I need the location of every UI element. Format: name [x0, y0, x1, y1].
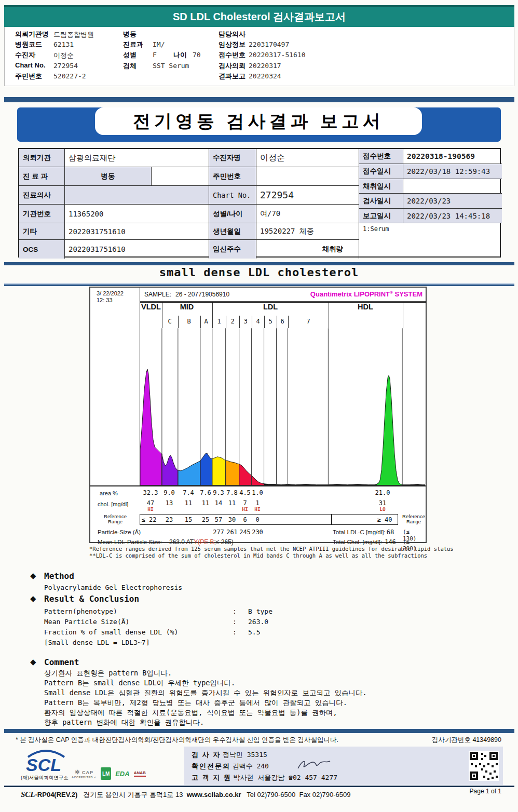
chart-footnote-1: *Reference ranges derived from 125 serum…: [89, 546, 453, 552]
area-value: 9.0: [163, 489, 175, 496]
table-value: [403, 179, 502, 194]
lab-number: 검사기관번호 41349890: [432, 736, 501, 745]
table-value: 여/70: [256, 205, 359, 223]
subband-divider: [162, 316, 162, 328]
report-info-table: 의뢰기관 삼광의료재단 수진자명 이정순 접수번호 20220318-19056…: [18, 148, 501, 258]
field-value: 520227-2: [53, 72, 86, 80]
sample-label: SAMPLE:: [144, 291, 171, 298]
divider-bar: [4, 729, 514, 733]
field-label: 주민번호: [15, 72, 42, 81]
field-label: 결과보고: [219, 72, 246, 81]
footer-divider: [4, 785, 514, 787]
ref-value-hdl: ≥ 40: [377, 516, 392, 523]
table-label: 수진자명: [209, 149, 256, 167]
table-label: Chart No.: [209, 186, 256, 205]
field-label: Chart No.: [15, 61, 46, 69]
result-row-label: [Small dense LDL = LDL3~7]: [44, 639, 150, 646]
certification-logos: ✲ CAP ACCREDITED ✓ LM EDA ANAB: [72, 767, 146, 780]
chol-row-label: chol. [mg/dl]: [98, 501, 128, 507]
table-label: 생년월일: [209, 223, 256, 240]
field-value: F: [153, 51, 157, 59]
field-value: 드림종합병원: [53, 30, 94, 39]
anab-cert-icon: ANAB: [134, 770, 146, 777]
comment-line: Pattern B는 복부비만, 제2형 당뇨병 또는 대사 증후군 등에서 많…: [44, 698, 347, 708]
comment-line: Small dense LDL은 심혈관 질환의 위험도를 증가시킬 수 있는 …: [44, 688, 367, 698]
field-label: 성별: [123, 50, 137, 60]
subband-divider: [212, 316, 213, 328]
table-label: OCS: [19, 240, 65, 259]
psize-value: 245: [239, 529, 251, 536]
field-label: 검사의뢰: [219, 61, 246, 71]
subband-label: B: [187, 318, 190, 325]
band-label-hdl: HDL: [358, 303, 373, 311]
subband-divider: [252, 316, 252, 328]
psize-value: 230: [252, 529, 263, 536]
field-value: 20220324: [249, 72, 281, 80]
table-value: 2022031751610: [65, 240, 209, 259]
method-body: Polyacrylamide Gel Electrophoresis: [44, 584, 182, 591]
banner-title-box: 전기영동 검사결과 보고서: [95, 107, 422, 135]
subband-divider: [277, 316, 277, 328]
subband-divider: [200, 316, 201, 328]
diamond-bullet-icon: ◆: [30, 571, 36, 580]
chol-flag-hi: HI: [254, 506, 260, 512]
sample-header-row: SAMPLE: 26 - 207719056910 Quantimetrix L…: [140, 288, 426, 303]
table-label: 의뢰기관: [19, 149, 65, 167]
ref-value: ≤ 22: [142, 516, 157, 523]
comment-line: 상기환자 표현형은 pattern B입니다.: [44, 669, 172, 678]
table-value: [256, 167, 359, 186]
method-title: Method: [44, 571, 74, 581]
qr-code: [469, 751, 499, 781]
result-row-value: 5.5: [248, 628, 260, 636]
signature-icon: [296, 758, 332, 772]
area-value: 21.0: [375, 489, 390, 496]
area-value: 4.5: [239, 489, 251, 496]
comment-line: 환자의 임상상태에 따른 적절한 치료(운동요법, 식이요법 또는 약물요법 등…: [44, 708, 337, 718]
comment-title: Comment: [44, 657, 79, 667]
divider-bar: [4, 283, 514, 286]
result-row-value: B type: [248, 607, 272, 615]
cap-accredited-icon: ✲ CAP ACCREDITED ✓: [72, 769, 97, 779]
subband-label: C: [168, 318, 171, 325]
scl-logo-icon: SCL: [21, 749, 71, 775]
subband-label: 4: [256, 318, 260, 325]
chol-value: 11: [185, 499, 192, 507]
band-divider: [162, 303, 162, 316]
ref-value: 0: [255, 516, 259, 523]
scl-logo: SCL (재)서울의과학연구소: [21, 749, 73, 781]
area-value: 7.8: [226, 489, 238, 496]
band-label-mid: MID: [180, 303, 194, 311]
table-label: 성별/나이: [209, 205, 256, 223]
reference-range-left-label: Reference Range: [94, 514, 136, 524]
chart-datetime: 3/ 22/2022 12: 33: [97, 290, 124, 304]
field-label: 검체: [123, 61, 137, 71]
band-divider: [329, 303, 329, 316]
table-value: 이정순: [256, 149, 359, 167]
table-label: 검사일시: [359, 194, 403, 209]
subband-divider: [329, 316, 329, 328]
chol-flag-lo: LO: [379, 506, 385, 512]
field-label: 진료과: [123, 40, 143, 49]
svg-text:SCL: SCL: [26, 755, 61, 775]
area-value: 1.0: [252, 489, 263, 496]
chol-value: 13: [166, 499, 173, 507]
field-value: 20220317: [249, 62, 281, 70]
total-chol-label: Total Chol. [mg/dl]:: [333, 539, 382, 545]
field-value: SST Serum: [153, 62, 189, 70]
result-row-sep: :: [233, 607, 237, 615]
subband-label: 7: [306, 318, 310, 325]
table-value: [65, 186, 209, 205]
field-label: 접수번호: [219, 50, 246, 60]
chol-flag-hi: HI: [147, 506, 153, 512]
chart-footnote-2: **LDL-C is comprised of the sum of chole…: [89, 552, 453, 559]
mean-size-value: 263.0 ATY(PE B;≤ 265): [169, 538, 234, 546]
subband-divider: [239, 316, 240, 328]
result-row-value: 263.0: [248, 618, 268, 626]
ref-value: 15: [185, 516, 192, 523]
comment-line: 향후 pattern 변화에 대한 확인을 권유합니다.: [44, 718, 204, 727]
subband-label: 3: [243, 318, 247, 325]
field-value: 70: [193, 51, 201, 59]
band-label-ldl: LDL: [263, 303, 278, 311]
chol-flag-hi: HI: [242, 506, 248, 512]
subband-divider: [288, 316, 289, 328]
